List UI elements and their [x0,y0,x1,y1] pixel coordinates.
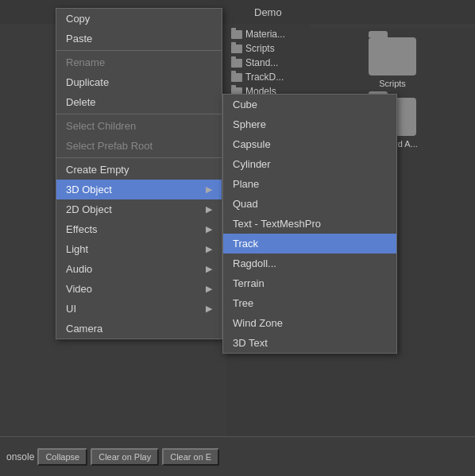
submenu-arrow-icon: ▶ [206,264,212,274]
menu-item-copy[interactable]: Copy [56,9,222,29]
menu-item-select-prefab-root: Select Prefab Root [56,136,222,156]
menu-item-light[interactable]: Light ▶ [56,239,222,259]
list-item[interactable]: Scripts [226,41,310,56]
submenu-item-capsule[interactable]: Capsule [223,134,396,154]
menu-item-camera[interactable]: Camera [56,319,222,339]
menu-item-3d-object[interactable]: 3D Object ▶ [56,180,222,199]
submenu-3d-object: Cube Sphere Capsule Cylinder Plane Quad … [222,94,397,354]
menu-divider [56,157,222,158]
menu-item-video[interactable]: Video ▶ [56,279,222,299]
menu-item-ui[interactable]: UI ▶ [56,299,222,319]
folder-scripts-label: Scripts [379,79,406,88]
folder-scripts-icon [369,37,416,75]
submenu-item-cube[interactable]: Cube [223,95,396,114]
menu-item-2d-object[interactable]: 2D Object ▶ [56,199,222,219]
menu-item-create-empty[interactable]: Create Empty [56,160,222,180]
collapse-button[interactable]: Collapse [37,448,87,466]
context-menu: Copy Paste Rename Duplicate Delete Selec… [56,8,222,339]
folder-icon [231,59,242,68]
submenu-arrow-icon: ▶ [206,224,212,234]
folder-icon [231,30,242,39]
console-tab-label: onsole [6,451,34,462]
list-item[interactable]: Stand... [226,56,310,70]
menu-item-delete[interactable]: Delete [56,92,222,112]
menu-item-duplicate[interactable]: Duplicate [56,72,222,92]
folder-icon [231,45,242,53]
submenu-item-plane[interactable]: Plane [223,174,396,194]
submenu-arrow-icon: ▶ [206,284,212,294]
clear-button[interactable]: Clear on E [162,448,219,466]
list-item[interactable]: Materia... [226,27,310,41]
submenu-arrow-icon: ▶ [206,184,212,195]
menu-divider [56,114,222,114]
submenu-arrow-icon: ▶ [206,244,212,254]
submenu-item-sphere[interactable]: Sphere [223,114,396,134]
demo-label: Demo [254,6,282,18]
submenu-item-quad[interactable]: Quad [223,194,396,214]
clear-on-play-button[interactable]: Clear on Play [91,448,159,466]
submenu-item-terrain[interactable]: Terrain [223,273,396,293]
menu-item-audio[interactable]: Audio ▶ [56,259,222,279]
submenu-item-track[interactable]: Track [223,234,396,253]
submenu-item-wind-zone[interactable]: Wind Zone [223,313,396,333]
submenu-item-3d-text[interactable]: 3D Text [223,333,396,353]
list-item[interactable]: TrackD... [226,70,310,84]
folder-icon [231,73,242,82]
submenu-arrow-icon: ▶ [206,204,212,215]
menu-item-effects[interactable]: Effects ▶ [56,219,222,239]
menu-item-paste[interactable]: Paste [56,29,222,48]
submenu-arrow-icon: ▶ [206,304,212,314]
submenu-item-ragdoll[interactable]: Ragdoll... [223,253,396,273]
menu-divider [56,50,222,51]
folder-scripts[interactable]: Scripts [319,37,465,88]
submenu-item-tree[interactable]: Tree [223,293,396,313]
submenu-item-text-tmp[interactable]: Text - TextMeshPro [223,214,396,234]
console-bar: onsole Collapse Clear on Play Clear on E [0,436,475,476]
submenu-item-cylinder[interactable]: Cylinder [223,154,396,174]
menu-item-select-children: Select Children [56,116,222,136]
menu-item-rename: Rename [56,52,222,72]
